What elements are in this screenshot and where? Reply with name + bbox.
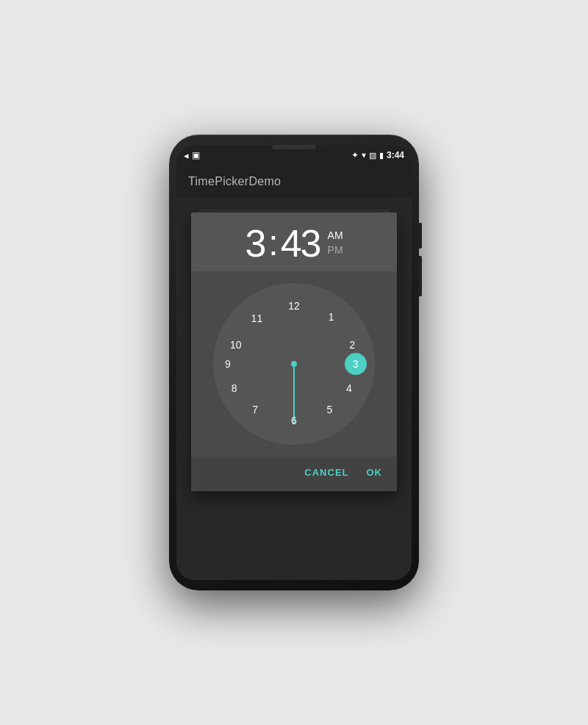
- clock-num-9[interactable]: 9: [217, 353, 239, 375]
- phone-device: ◂ ▣ ✦ ▾ ▨ ▮ 3:44 TimePickerDemo PICK TIM…: [169, 135, 419, 590]
- sim-icon: ▣: [192, 150, 200, 160]
- clock-num-12[interactable]: 12: [283, 295, 305, 317]
- am-option[interactable]: AM: [328, 229, 343, 243]
- ampm-group[interactable]: AM PM: [328, 229, 343, 257]
- status-left-icons: ◂ ▣: [184, 150, 200, 161]
- volume-button[interactable]: [419, 256, 422, 296]
- app-title: TimePickerDemo: [188, 175, 281, 188]
- wifi-icon: ▾: [362, 150, 366, 160]
- time-header: 3 : 43 AM PM: [191, 213, 397, 271]
- power-button[interactable]: [419, 223, 422, 249]
- clock-num-4[interactable]: 4: [338, 377, 360, 399]
- cancel-button[interactable]: CANCEL: [301, 463, 351, 482]
- time-display-hours[interactable]: 3: [245, 224, 265, 262]
- bluetooth-icon: ✦: [351, 150, 359, 160]
- clock-num-6[interactable]: 6: [283, 410, 305, 432]
- notification-icon: ◂: [184, 150, 189, 161]
- clock-num-5[interactable]: 5: [318, 399, 340, 421]
- app-content: PICK TIME Pick a time, see it here 3 : 4…: [176, 198, 412, 580]
- clock-num-11[interactable]: 11: [245, 307, 268, 329]
- time-separator: :: [268, 226, 276, 261]
- time-display-minutes[interactable]: 43: [281, 224, 320, 262]
- time-picker-dialog: 3 : 43 AM PM: [191, 213, 397, 491]
- status-time: 3:44: [387, 150, 404, 160]
- phone-screen: ◂ ▣ ✦ ▾ ▨ ▮ 3:44 TimePickerDemo PICK TIM…: [176, 145, 412, 580]
- battery-icon: ▮: [379, 151, 384, 160]
- clock-container: 12 1 2 3: [191, 271, 397, 457]
- clock-num-7[interactable]: 7: [244, 399, 266, 421]
- dialog-overlay: 3 : 43 AM PM: [176, 198, 412, 580]
- status-right-icons: ✦ ▾ ▨ ▮ 3:44: [351, 150, 404, 160]
- clock-num-1[interactable]: 1: [320, 306, 343, 328]
- app-bar: TimePickerDemo: [176, 165, 412, 198]
- clock-num-10[interactable]: 10: [225, 334, 247, 356]
- pm-option[interactable]: PM: [328, 243, 343, 258]
- clock-num-3[interactable]: 3: [345, 353, 367, 375]
- clock-num-8[interactable]: 8: [223, 377, 245, 399]
- ok-button[interactable]: OK: [364, 463, 386, 482]
- signal-icon: ▨: [369, 151, 376, 160]
- clock-face[interactable]: 12 1 2 3: [213, 283, 375, 445]
- dialog-actions: CANCEL OK: [191, 457, 397, 491]
- clock-num-2[interactable]: 2: [341, 334, 363, 356]
- status-bar: ◂ ▣ ✦ ▾ ▨ ▮ 3:44: [176, 145, 412, 165]
